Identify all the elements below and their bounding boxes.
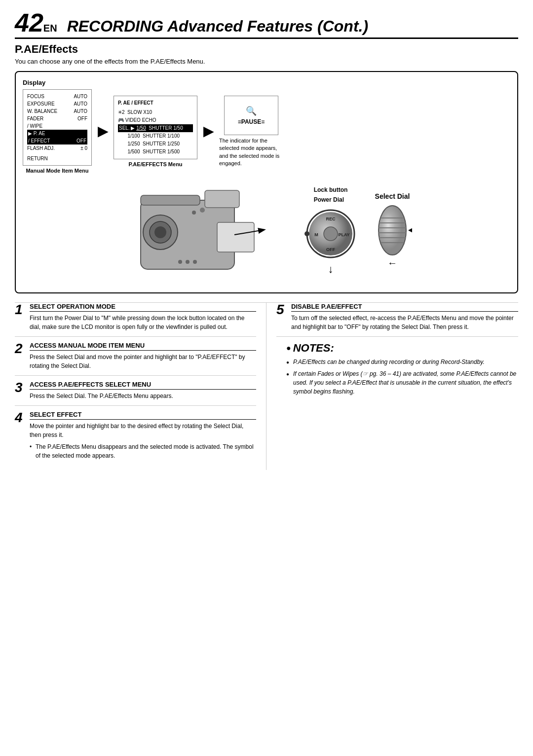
svg-text:M: M [314,232,318,237]
step-1-number: 1 [15,303,26,331]
arrow-2: ▶ [203,124,213,139]
svg-point-5 [154,226,166,238]
step-1-body: First turn the Power Dial to "M" while p… [30,314,256,331]
svg-marker-28 [408,227,412,234]
step-5-number: 5 [276,303,287,331]
step-3-number: 3 [15,381,26,400]
svg-point-7 [200,208,205,213]
step-4-content: SELECT EFFECT Move the pointer and highl… [30,411,256,460]
svg-point-10 [186,260,190,264]
camera-svg [121,176,279,284]
dials-region: Lock button Power Dial REC PLAY [304,185,358,275]
down-arrow: ↓ [328,263,334,276]
notes-title: NOTES: [286,342,518,355]
step-4-number: 4 [15,411,26,460]
power-dial-svg: REC PLAY OFF M [304,207,358,261]
step-4-sub: The P.AE/Effects Menu disappears and the… [30,442,256,460]
power-dial-label: Power Dial [314,195,348,205]
manual-mode-menu: FOCUSAUTO EXPOSUREAUTO W. BALANCEAUTO FA… [23,89,92,174]
svg-text:REC: REC [326,216,336,221]
pause-panel: 🔍 ≡PAUSE≡ [224,96,278,135]
manual-menu-box: FOCUSAUTO EXPOSUREAUTO W. BALANCEAUTO FA… [23,89,92,166]
lock-power-labels: Lock button Power Dial [314,185,348,204]
pae-effects-menu: P. AE / EFFECT ✳2 SLOW X10 🎮 VIDEO ECHO … [114,96,197,167]
camera-dials-row: Lock button Power Dial REC PLAY [23,176,510,286]
pae-menu-title: P. AE / EFFECT [118,99,193,107]
steps-right: 5 DISABLE P.AE/EFFECT To turn off the se… [266,303,518,470]
step-5-body: To turn off the selected effect, re-acce… [291,314,518,331]
svg-rect-1 [141,195,200,205]
steps-left: 1 SELECT OPERATION MODE First turn the P… [15,303,266,470]
step-2-heading: ACCESS MANUAL MODE ITEM MENU [30,342,256,351]
svg-text:PLAY: PLAY [338,232,349,237]
note-1: P.AE/Effects can be changed during recor… [286,358,518,366]
step-3: 3 ACCESS P.AE/EFFECTS SELECT MENU Press … [15,381,256,406]
svg-point-11 [193,260,197,264]
svg-rect-2 [205,190,239,208]
select-dial-label: Select Dial [375,192,410,200]
svg-point-8 [192,211,196,215]
svg-rect-6 [217,222,254,252]
step-4: 4 SELECT EFFECT Move the pointer and hig… [15,411,256,465]
page-suffix: EN [43,23,57,34]
diagram-box: Display FOCUSAUTO EXPOSUREAUTO W. BALANC… [15,71,518,293]
step-2: 2 ACCESS MANUAL MODE ITEM MENU Press the… [15,342,256,376]
step-1-heading: SELECT OPERATION MODE [30,303,256,312]
step-5-content: DISABLE P.AE/EFFECT To turn off the sele… [291,303,518,331]
svg-point-20 [305,231,309,236]
header-title: RECORDING Advanced Features (Cont.) [67,17,368,36]
page-number: 42 [15,10,43,36]
notes-section: NOTES: P.AE/Effects can be changed durin… [276,342,518,399]
pae-effects-box: P. AE / EFFECT ✳2 SLOW X10 🎮 VIDEO ECHO … [114,96,197,159]
step-3-body: Press the Select Dial. The P.AE/Effects … [30,392,256,400]
pause-text: ≡PAUSE≡ [238,118,265,125]
svg-point-21 [379,206,406,255]
select-dial-arrow: ← [387,257,397,269]
step-3-heading: ACCESS P.AE/EFFECTS SELECT MENU [30,381,256,390]
page-header: 42 EN RECORDING Advanced Features (Cont.… [15,10,518,39]
step-4-heading: SELECT EFFECT [30,411,256,420]
step-5-heading: DISABLE P.AE/EFFECT [291,303,518,312]
svg-point-9 [178,260,182,264]
step-2-number: 2 [15,342,26,370]
manual-menu-label: Manual Mode Item Menu [23,168,92,174]
svg-point-19 [324,227,338,241]
select-dial-container: Select Dial [373,192,412,269]
step-4-body: Move the pointer and highlight bar to th… [30,422,256,439]
indicator-text: The indicator for the selected mode appe… [219,137,283,168]
camera-illustration [121,176,279,286]
step-1: 1 SELECT OPERATION MODE First turn the P… [15,303,256,337]
step-2-content: ACCESS MANUAL MODE ITEM MENU Press the S… [30,342,256,370]
section-title: P.AE/Effects [15,43,518,56]
lock-button-label: Lock button [314,185,348,195]
pae-menu-label: P.AE/EFFECTS Menu [114,161,197,167]
arrow-1: ▶ [98,124,108,139]
display-label: Display [23,79,510,86]
step-5: 5 DISABLE P.AE/EFFECT To turn off the se… [276,303,518,337]
three-panels: FOCUSAUTO EXPOSUREAUTO W. BALANCEAUTO FA… [23,89,510,174]
step-1-content: SELECT OPERATION MODE First turn the Pow… [30,303,256,331]
pause-symbol: 🔍 [246,106,257,116]
step-3-content: ACCESS P.AE/EFFECTS SELECT MENU Press th… [30,381,256,400]
steps-container: 1 SELECT OPERATION MODE First turn the P… [15,302,518,470]
section-intro: You can choose any one of the effects fr… [15,58,518,65]
pause-panel-wrap: 🔍 ≡PAUSE≡ The indicator for the selected… [219,96,283,168]
svg-text:OFF: OFF [326,247,335,252]
note-2: If certain Fades or Wipes (☞ pg. 36 – 41… [286,369,518,396]
select-dial-svg [373,203,412,257]
step-2-body: Press the Select Dial and move the point… [30,353,256,370]
